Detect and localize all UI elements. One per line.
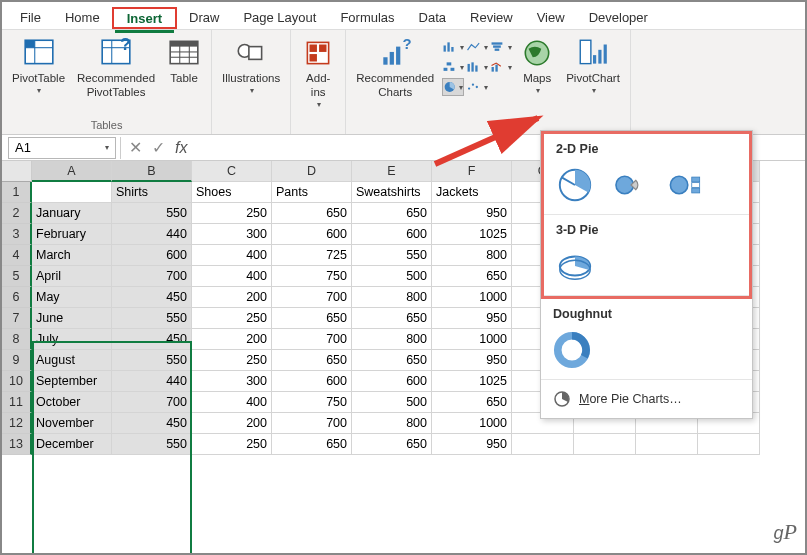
doughnut-icon[interactable]	[553, 331, 591, 369]
cell[interactable]: 600	[352, 371, 432, 392]
combo-chart-button[interactable]: ▾	[490, 58, 512, 76]
cell[interactable]: 650	[352, 308, 432, 329]
name-box[interactable]: A1 ▾	[8, 137, 116, 159]
funnel-chart-button[interactable]: ▾	[490, 38, 512, 56]
cell[interactable]: 550	[352, 245, 432, 266]
maps-button[interactable]: Maps▾	[516, 34, 558, 97]
cell[interactable]	[32, 182, 112, 203]
cell[interactable]: 450	[112, 287, 192, 308]
row-header[interactable]: 2	[2, 203, 32, 224]
cell[interactable]: 550	[112, 203, 192, 224]
statistic-chart-button[interactable]: ▾	[466, 58, 488, 76]
cell[interactable]: 750	[272, 392, 352, 413]
pie-exploded-icon[interactable]	[612, 166, 650, 204]
row-header[interactable]: 6	[2, 287, 32, 308]
cell[interactable]: 500	[352, 392, 432, 413]
tab-review[interactable]: Review	[458, 6, 525, 29]
cell[interactable]: 700	[272, 287, 352, 308]
recommended-charts-button[interactable]: ? Recommended Charts	[352, 34, 438, 102]
col-header-B[interactable]: B	[112, 161, 192, 182]
cell[interactable]: 300	[192, 224, 272, 245]
cell[interactable]: 400	[192, 266, 272, 287]
cell[interactable]: 440	[112, 224, 192, 245]
recommended-pivottables-button[interactable]: ? Recommended PivotTables	[73, 34, 159, 102]
cell[interactable]: 1025	[432, 224, 512, 245]
illustrations-button[interactable]: Illustrations▾	[218, 34, 284, 97]
cell[interactable]: 650	[352, 203, 432, 224]
row-header[interactable]: 13	[2, 434, 32, 455]
cell[interactable]: 700	[272, 329, 352, 350]
cell[interactable]: June	[32, 308, 112, 329]
cell[interactable]: February	[32, 224, 112, 245]
column-chart-button[interactable]: ▾	[442, 38, 464, 56]
row-header[interactable]: 9	[2, 350, 32, 371]
pie-2d-icon[interactable]	[556, 166, 594, 204]
row-header[interactable]: 7	[2, 308, 32, 329]
tab-data[interactable]: Data	[407, 6, 458, 29]
cell[interactable]: Sweatshirts	[352, 182, 432, 203]
cell[interactable]: December	[32, 434, 112, 455]
cell[interactable]: Shoes	[192, 182, 272, 203]
tab-view[interactable]: View	[525, 6, 577, 29]
cell[interactable]: 600	[272, 371, 352, 392]
cell[interactable]: 250	[192, 203, 272, 224]
cell[interactable]: 1000	[432, 287, 512, 308]
cell[interactable]: April	[32, 266, 112, 287]
cell[interactable]: 600	[352, 224, 432, 245]
col-header-A[interactable]: A	[32, 161, 112, 182]
cell[interactable]: 400	[192, 392, 272, 413]
row-header[interactable]: 4	[2, 245, 32, 266]
cell[interactable]: 450	[112, 413, 192, 434]
cell[interactable]: 400	[192, 245, 272, 266]
row-header[interactable]: 12	[2, 413, 32, 434]
col-header-E[interactable]: E	[352, 161, 432, 182]
cell[interactable]: 600	[112, 245, 192, 266]
cell[interactable]	[636, 434, 698, 455]
cell[interactable]: 650	[272, 350, 352, 371]
cell[interactable]: July	[32, 329, 112, 350]
cell[interactable]: 650	[272, 308, 352, 329]
cell[interactable]: 500	[352, 266, 432, 287]
cell[interactable]: 650	[272, 434, 352, 455]
select-all-corner[interactable]	[2, 161, 32, 182]
more-pie-charts-button[interactable]: More Pie Charts…	[541, 380, 752, 418]
cell[interactable]: November	[32, 413, 112, 434]
col-header-D[interactable]: D	[272, 161, 352, 182]
pie-bar-of-pie-icon[interactable]	[668, 166, 706, 204]
cell[interactable]: May	[32, 287, 112, 308]
cell[interactable]: 450	[112, 329, 192, 350]
enter-icon[interactable]: ✓	[152, 138, 165, 157]
row-header[interactable]: 8	[2, 329, 32, 350]
cell[interactable]: 800	[352, 413, 432, 434]
cell[interactable]: 700	[112, 266, 192, 287]
row-header[interactable]: 11	[2, 392, 32, 413]
cell[interactable]	[512, 434, 574, 455]
cell[interactable]: 650	[352, 434, 432, 455]
cell[interactable]: 950	[432, 434, 512, 455]
cell[interactable]: 1000	[432, 413, 512, 434]
pie-3d-icon[interactable]	[556, 247, 594, 285]
cell[interactable]: 1025	[432, 371, 512, 392]
addins-button[interactable]: Add- ins▾	[297, 34, 339, 111]
cell[interactable]: 950	[432, 308, 512, 329]
cell[interactable]: 700	[272, 413, 352, 434]
cell[interactable]: 550	[112, 308, 192, 329]
tab-file[interactable]: File	[8, 6, 53, 29]
row-header[interactable]: 1	[2, 182, 32, 203]
cell[interactable]: 700	[112, 392, 192, 413]
tab-formulas[interactable]: Formulas	[328, 6, 406, 29]
cell[interactable]: 750	[272, 266, 352, 287]
cell[interactable]: 250	[192, 434, 272, 455]
cell[interactable]: 200	[192, 287, 272, 308]
cell[interactable]: 200	[192, 329, 272, 350]
pivottable-button[interactable]: PivotTable▾	[8, 34, 69, 97]
cell[interactable]: 650	[432, 266, 512, 287]
cell[interactable]: 800	[352, 287, 432, 308]
tab-page-layout[interactable]: Page Layout	[231, 6, 328, 29]
line-chart-button[interactable]: ▾	[466, 38, 488, 56]
cell[interactable]: Jackets	[432, 182, 512, 203]
cell[interactable]: August	[32, 350, 112, 371]
cell[interactable]: 725	[272, 245, 352, 266]
cell[interactable]: 650	[432, 392, 512, 413]
cell[interactable]: 950	[432, 350, 512, 371]
